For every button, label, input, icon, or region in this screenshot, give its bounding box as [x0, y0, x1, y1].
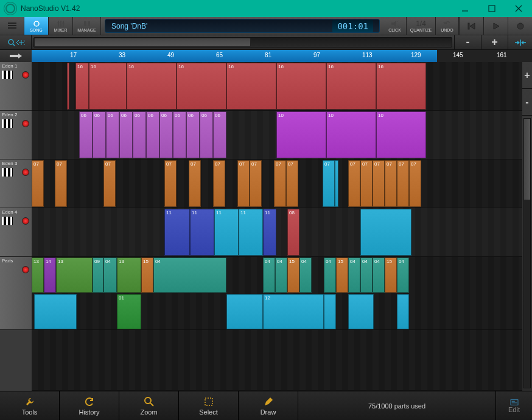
maximize-button[interactable] — [478, 0, 505, 17]
h-scrollbar[interactable] — [33, 37, 452, 47]
clip[interactable]: 06 — [119, 111, 133, 158]
clip[interactable]: 07 — [189, 160, 201, 207]
clip[interactable]: 04 — [373, 257, 385, 293]
clip[interactable]: 04 — [397, 257, 409, 293]
timeline-ruler[interactable]: 173349658197113129145161 — [32, 50, 522, 62]
clip[interactable]: 06 — [133, 111, 146, 158]
record-arm-icon[interactable] — [22, 169, 29, 176]
clip[interactable]: 06 — [93, 111, 106, 158]
track-header[interactable]: Eden 3 — [0, 159, 32, 208]
clip[interactable]: 06 — [200, 111, 213, 158]
record-arm-icon[interactable] — [22, 266, 29, 273]
clip[interactable]: 04 — [299, 257, 312, 293]
track-header[interactable]: Eden 1 — [0, 62, 32, 111]
clip[interactable]: 04 — [263, 257, 275, 293]
clip[interactable] — [226, 294, 263, 329]
track-lane[interactable]: 1616161616161616 — [32, 62, 522, 111]
snap-button[interactable] — [508, 35, 532, 49]
clip[interactable]: 10 — [276, 111, 326, 158]
v-scrollbar[interactable] — [523, 118, 531, 388]
clip[interactable]: 16 — [326, 63, 376, 110]
clip[interactable]: 07 — [323, 160, 335, 207]
history-button[interactable]: History — [60, 391, 119, 420]
clip[interactable]: 04 — [360, 257, 373, 293]
clip[interactable]: 16 — [376, 63, 426, 110]
draw-button[interactable]: Draw — [239, 391, 298, 420]
clip[interactable]: 06 — [79, 111, 93, 158]
clip[interactable]: 07 — [360, 160, 373, 207]
clip[interactable]: 07 — [237, 160, 250, 207]
record-button[interactable] — [508, 17, 532, 35]
clip[interactable]: 11 — [239, 209, 263, 256]
clip[interactable]: 13 — [56, 257, 93, 293]
clip[interactable]: 16 — [276, 63, 326, 110]
h-zoom-in[interactable]: + — [481, 35, 508, 49]
clip[interactable]: 04 — [324, 257, 336, 293]
clip[interactable] — [397, 294, 409, 329]
play-button[interactable] — [483, 17, 508, 35]
tool-mode-button[interactable] — [0, 35, 32, 49]
clip[interactable]: 07 — [164, 160, 177, 207]
track-header[interactable]: Eden 4 — [0, 208, 32, 257]
clip[interactable]: 07 — [409, 160, 421, 207]
arrangement-area[interactable]: 1616161616161616060606060606060606060610… — [32, 62, 522, 391]
track-lane[interactable]: 111111111108 — [32, 208, 522, 257]
clip[interactable]: 06 — [173, 111, 186, 158]
select-button[interactable]: Select — [179, 391, 239, 420]
clip[interactable]: 04 — [103, 257, 117, 293]
clip[interactable]: 10 — [326, 111, 376, 158]
clip[interactable]: 07 — [385, 160, 397, 207]
clip[interactable]: 07 — [373, 160, 385, 207]
clip[interactable] — [360, 209, 411, 256]
clip[interactable]: 11 — [214, 209, 239, 256]
clip[interactable]: 16 — [177, 63, 226, 110]
tools-button[interactable]: Tools — [0, 391, 60, 420]
clip[interactable]: 13 — [117, 257, 141, 293]
clip[interactable]: 11 — [190, 209, 214, 256]
clip[interactable]: 06 — [159, 111, 173, 158]
clip[interactable]: 16 — [89, 63, 127, 110]
record-arm-icon[interactable] — [22, 120, 29, 127]
song-tab[interactable]: SONG — [24, 17, 49, 35]
track-lane[interactable]: 0606060606060606060606101010 — [32, 111, 522, 159]
edit-button[interactable]: Edit — [495, 391, 532, 420]
clip[interactable] — [67, 63, 69, 110]
clip[interactable]: 11 — [263, 209, 276, 256]
clip[interactable]: 16 — [75, 63, 89, 110]
h-scroll-thumb[interactable] — [34, 38, 251, 47]
close-button[interactable] — [505, 0, 532, 17]
clip[interactable]: 07 — [250, 160, 262, 207]
track-lane[interactable]: 1314130904131504040415040415040404150401… — [32, 257, 522, 330]
clip[interactable]: 15 — [385, 257, 397, 293]
clip[interactable]: 06 — [106, 111, 119, 158]
clip[interactable]: 06 — [186, 111, 200, 158]
ruler-mode-button[interactable] — [0, 50, 32, 62]
menu-button[interactable] — [0, 17, 24, 35]
undo-button[interactable]: UNDO — [436, 17, 459, 35]
clip[interactable]: 07 — [274, 160, 286, 207]
clip[interactable]: 07 — [286, 160, 298, 207]
clip[interactable]: 07 — [348, 160, 360, 207]
clip[interactable]: 09 — [93, 257, 103, 293]
song-display[interactable]: Song 'DnB' 001:01 — [105, 19, 380, 33]
v-scroll-thumb[interactable] — [524, 119, 530, 200]
v-zoom-out[interactable]: - — [522, 89, 532, 116]
track-header[interactable]: Pads — [0, 257, 32, 330]
record-arm-icon[interactable] — [22, 217, 29, 225]
h-zoom-out[interactable]: - — [454, 35, 481, 49]
mixer-tab[interactable]: MIXER — [49, 17, 73, 35]
clip[interactable]: 04 — [153, 257, 226, 293]
clip[interactable]: 08 — [287, 209, 299, 256]
clip[interactable]: 04 — [275, 257, 287, 293]
clip[interactable]: 06 — [146, 111, 159, 158]
clip[interactable]: 16 — [226, 63, 276, 110]
clip[interactable] — [335, 160, 338, 207]
clip[interactable]: 13 — [32, 257, 44, 293]
record-arm-icon[interactable] — [22, 71, 29, 79]
clip[interactable]: 07 — [397, 160, 409, 207]
manage-tab[interactable]: MANAGE — [73, 17, 101, 35]
clip[interactable]: 10 — [376, 111, 426, 158]
clip[interactable]: 12 — [263, 294, 324, 329]
clip[interactable]: 11 — [164, 209, 190, 256]
clip[interactable]: 15 — [141, 257, 153, 293]
